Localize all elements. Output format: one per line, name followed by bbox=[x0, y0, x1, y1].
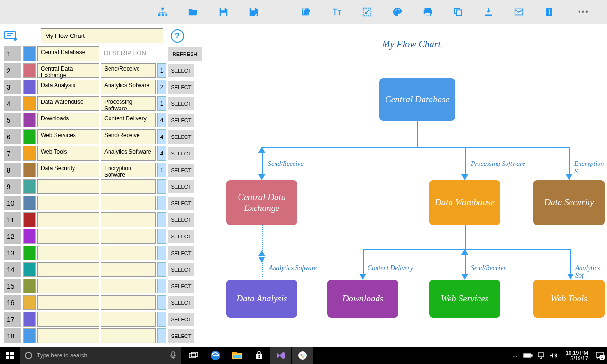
node-name-input[interactable]: Downloads bbox=[37, 113, 99, 127]
parent-picker[interactable] bbox=[157, 229, 166, 244]
node-name-input[interactable] bbox=[37, 262, 99, 277]
running-app-icon[interactable] bbox=[292, 347, 313, 364]
toolbar-more-icon[interactable]: ••• bbox=[578, 8, 589, 16]
toolbar-save-icon[interactable] bbox=[217, 6, 230, 18]
toolbar-hierarchy-icon[interactable] bbox=[156, 6, 169, 18]
description-input[interactable] bbox=[101, 246, 156, 260]
select-button[interactable]: SELECT bbox=[168, 130, 194, 144]
node-name-input[interactable] bbox=[37, 179, 99, 194]
parent-picker[interactable] bbox=[157, 212, 166, 227]
description-input[interactable] bbox=[101, 212, 156, 227]
node-name-input[interactable]: Data Security bbox=[37, 163, 99, 177]
node-central-data-exchange[interactable]: Central Data Exchange bbox=[226, 180, 297, 225]
node-name-input[interactable] bbox=[37, 229, 99, 244]
description-input[interactable]: Send/Receive bbox=[101, 129, 156, 144]
toolbar-info-icon[interactable] bbox=[543, 6, 555, 18]
description-input[interactable] bbox=[101, 312, 156, 327]
toolbar-palette-icon[interactable] bbox=[391, 6, 404, 18]
toolbar-text-icon[interactable] bbox=[331, 6, 343, 18]
parent-picker[interactable]: 1 bbox=[157, 96, 166, 111]
select-button[interactable]: SELECT bbox=[168, 329, 194, 343]
task-view-icon[interactable] bbox=[183, 347, 204, 364]
node-name-input[interactable]: Web Services bbox=[37, 129, 99, 144]
parent-picker[interactable] bbox=[157, 246, 166, 260]
node-data-warehouse[interactable]: Data Warehouse bbox=[429, 180, 500, 225]
select-button[interactable]: SELECT bbox=[168, 230, 194, 243]
node-name-input[interactable] bbox=[37, 295, 99, 310]
color-swatch[interactable] bbox=[23, 229, 36, 244]
description-input[interactable]: Content Delivery bbox=[101, 113, 156, 127]
description-input[interactable]: Analytics Software bbox=[101, 146, 156, 161]
color-swatch[interactable] bbox=[23, 163, 36, 177]
color-swatch[interactable] bbox=[23, 262, 36, 277]
description-input[interactable] bbox=[101, 279, 156, 293]
node-name-input[interactable] bbox=[37, 328, 99, 343]
toolbar-print-icon[interactable] bbox=[422, 6, 434, 18]
node-name-input[interactable] bbox=[37, 212, 99, 227]
parent-picker[interactable]: 2 bbox=[157, 80, 166, 94]
color-swatch[interactable] bbox=[23, 113, 36, 127]
edge-icon[interactable] bbox=[205, 347, 226, 364]
node-data-analysis[interactable]: Data Analysis bbox=[226, 280, 297, 318]
description-input[interactable] bbox=[101, 179, 156, 194]
description-input[interactable] bbox=[101, 328, 156, 343]
description-input[interactable] bbox=[101, 229, 156, 244]
color-swatch[interactable] bbox=[23, 63, 36, 78]
node-name-input[interactable]: Central Database bbox=[37, 46, 99, 61]
file-explorer-icon[interactable] bbox=[227, 347, 248, 364]
node-downloads[interactable]: Downloads bbox=[327, 280, 398, 318]
select-button[interactable]: SELECT bbox=[168, 313, 194, 326]
node-web-services[interactable]: Web Services bbox=[429, 280, 500, 318]
color-swatch[interactable] bbox=[23, 212, 36, 227]
color-swatch[interactable] bbox=[23, 80, 36, 94]
parent-picker[interactable] bbox=[157, 328, 166, 343]
taskbar-clock[interactable]: 10:19 PM 5/19/17 bbox=[563, 350, 591, 361]
select-button[interactable]: SELECT bbox=[168, 296, 194, 309]
description-input[interactable]: Send/Receive bbox=[101, 63, 156, 78]
parent-picker[interactable] bbox=[157, 312, 166, 327]
parent-picker[interactable]: 4 bbox=[157, 146, 166, 161]
select-button[interactable]: SELECT bbox=[168, 280, 194, 293]
select-button[interactable]: SELECT bbox=[168, 180, 194, 193]
volume-icon[interactable] bbox=[550, 352, 558, 359]
node-central-database[interactable]: Central Database bbox=[379, 78, 455, 121]
battery-icon[interactable] bbox=[523, 352, 533, 359]
start-button[interactable] bbox=[0, 347, 20, 364]
parent-picker[interactable] bbox=[157, 196, 166, 210]
toolbar-download-icon[interactable] bbox=[482, 6, 495, 18]
description-input[interactable]: Analytics Sofware bbox=[101, 80, 156, 94]
node-name-input[interactable] bbox=[37, 312, 99, 327]
node-name-input[interactable]: Web Tools bbox=[37, 146, 99, 161]
color-swatch[interactable] bbox=[23, 129, 36, 144]
parent-picker[interactable]: 1 bbox=[157, 63, 166, 78]
color-swatch[interactable] bbox=[23, 96, 36, 111]
parent-picker[interactable]: 4 bbox=[157, 129, 166, 144]
select-button[interactable]: SELECT bbox=[168, 213, 194, 227]
select-button[interactable]: SELECT bbox=[168, 263, 194, 276]
color-swatch[interactable] bbox=[23, 196, 36, 210]
toolbar-copy-icon[interactable] bbox=[452, 6, 464, 18]
taskbar-search[interactable]: Type here to search bbox=[20, 347, 181, 364]
network-icon[interactable] bbox=[537, 352, 545, 359]
color-swatch[interactable] bbox=[23, 179, 36, 194]
color-swatch[interactable] bbox=[23, 312, 36, 327]
parent-picker[interactable]: 4 bbox=[157, 113, 166, 127]
select-button[interactable]: SELECT bbox=[168, 97, 194, 110]
node-name-input[interactable]: Central Data Exchange bbox=[37, 63, 99, 78]
description-input[interactable]: Encryption Sofware bbox=[101, 163, 156, 177]
parent-picker[interactable] bbox=[157, 279, 166, 293]
select-button[interactable]: SELECT bbox=[168, 147, 194, 160]
node-data-security[interactable]: Data Security bbox=[533, 180, 605, 225]
description-input[interactable] bbox=[101, 196, 156, 210]
select-button[interactable]: SELECT bbox=[168, 81, 194, 94]
flowchart-canvas[interactable]: My Flow Chart Central Database Send/Rece… bbox=[216, 24, 607, 347]
description-input[interactable]: Processing Software bbox=[101, 96, 156, 111]
toolbar-edit-icon[interactable] bbox=[300, 6, 313, 18]
color-swatch[interactable] bbox=[23, 146, 36, 161]
node-web-tools[interactable]: Web Tools bbox=[533, 280, 605, 318]
parent-picker[interactable] bbox=[157, 179, 166, 194]
store-icon[interactable] bbox=[248, 347, 269, 364]
toolbar-resize-icon[interactable] bbox=[361, 6, 373, 18]
action-center-icon[interactable]: 3 bbox=[596, 352, 604, 359]
tray-chevron-icon[interactable]: ︿ bbox=[513, 352, 518, 360]
